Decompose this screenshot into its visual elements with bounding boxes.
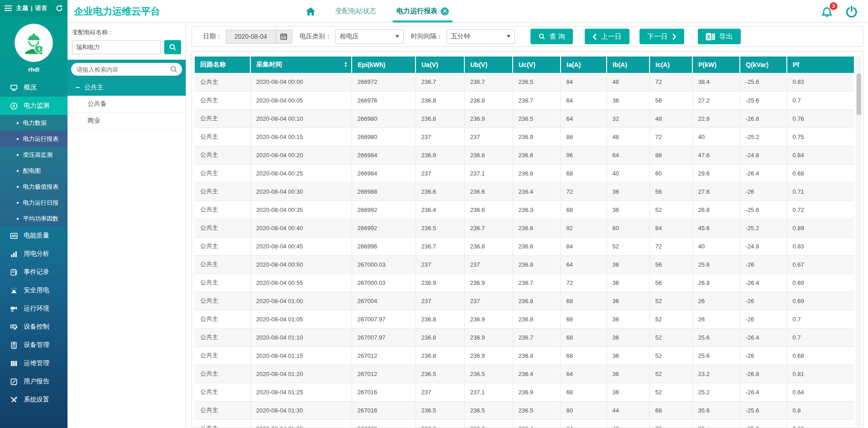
col-epi: Epi(kWh) — [352, 57, 416, 73]
table-cell: 公共主 — [195, 91, 250, 109]
search-icon[interactable] — [170, 65, 178, 73]
table-cell: 236.4 — [416, 201, 464, 219]
sidebar-item-power-quality[interactable]: 电能质量 — [0, 227, 68, 245]
table-row[interactable]: 公共主2020-08-04 00:45266996236.7236.8236.6… — [195, 237, 854, 255]
table-cell: -25.2 — [740, 128, 787, 146]
sidebar-item-user-report[interactable]: 用户报告 — [0, 372, 68, 391]
user-profile: rhdl — [0, 16, 68, 78]
sidebar-item-overview[interactable]: 概况 — [0, 78, 68, 97]
scrollbar-thumb[interactable] — [857, 73, 861, 115]
table-row[interactable]: 公共主2020-08-04 00:40266992236.5236.7236.6… — [195, 219, 854, 237]
tab-station-status[interactable]: 变配电站状态 — [335, 0, 376, 22]
subitem-daily-report[interactable]: • 电力运行日报 — [0, 195, 68, 211]
table-cell: 237 — [464, 128, 513, 146]
sidebar-item-environment[interactable]: 运行环境 — [0, 299, 68, 318]
query-button[interactable]: 查 询 — [530, 29, 573, 44]
theme-language-switch[interactable]: 主题 | 语言 — [16, 4, 48, 12]
table-row[interactable]: 公共主2020-08-04 00:15266980237237236.98848… — [195, 128, 854, 146]
sidebar-item-device-management[interactable]: 设备管理 — [0, 336, 68, 354]
table-cell: 60 — [650, 164, 692, 182]
table-cell: 26.8 — [692, 201, 740, 219]
siren-icon — [10, 287, 18, 294]
date-picker[interactable]: 2020-08-04 — [226, 30, 292, 44]
table-row[interactable]: 公共主2020-08-04 01:25267016237237.1236.968… — [195, 383, 854, 401]
cctv-camera-icon — [10, 305, 18, 313]
collapse-icon[interactable]: − — [76, 83, 80, 91]
next-day-button[interactable]: 下一日 — [639, 29, 684, 44]
table-cell: 237 — [416, 383, 464, 401]
svg-text:X: X — [707, 34, 711, 39]
table-cell: 44 — [607, 401, 650, 419]
table-cell: 27.6 — [692, 182, 740, 201]
subitem-power-report[interactable]: • 电力运行报表 — [0, 131, 68, 147]
voltage-type-select[interactable]: 相电压 — [335, 30, 404, 44]
notification-bell[interactable]: 3 — [821, 5, 833, 18]
sidebar-item-ops-management[interactable]: 运维管理 — [0, 354, 68, 372]
table-row[interactable]: 公共主2020-08-04 00:55267000.03236.9236.923… — [195, 273, 854, 292]
table-cell: 公共主 — [195, 182, 250, 201]
table-cell: 267000.03 — [352, 255, 416, 273]
table-cell: 52 — [650, 310, 692, 328]
table-cell: 48 — [607, 128, 650, 146]
subitem-avg-power-factor[interactable]: • 平均功率因数 — [0, 211, 68, 227]
table-cell: 236.5 — [513, 109, 561, 128]
table-cell: 公共主 — [195, 401, 250, 419]
table-row[interactable]: 公共主2020-08-04 00:20266984236.9236.8236.6… — [195, 146, 854, 164]
table-row[interactable]: 公共主2020-08-04 00:25266984237237.1236.868… — [195, 164, 854, 182]
refresh-icon[interactable] — [56, 5, 63, 12]
subitem-distribution-diagram[interactable]: • 配电图 — [0, 163, 68, 179]
home-icon[interactable] — [305, 6, 316, 16]
sidebar-item-usage-analysis[interactable]: 用电分析 — [0, 245, 68, 263]
calendar-icon[interactable] — [275, 30, 292, 43]
col-ic: Ic(A) — [650, 57, 692, 73]
table-cell: 236.4 — [513, 365, 561, 383]
subitem-extreme-report[interactable]: • 电力极值报表 — [0, 179, 68, 195]
avatar[interactable] — [15, 24, 53, 62]
date-value: 2020-08-04 — [226, 30, 275, 43]
table-cell: 36 — [607, 383, 650, 401]
hamburger-icon[interactable] — [5, 5, 12, 11]
export-button[interactable]: X 导出 — [698, 29, 741, 44]
sort-icon[interactable]: ▲▼ — [344, 62, 348, 68]
sidebar-item-safety[interactable]: 安全用电 — [0, 281, 68, 299]
sidebar-item-system-settings[interactable]: 系统设置 — [0, 391, 68, 409]
close-icon[interactable]: ✕ — [441, 7, 449, 15]
subitem-transformer-monitoring[interactable]: • 变压器监测 — [0, 147, 68, 163]
table-row[interactable]: 公共主2020-08-04 01:20267012236.5236.5236.4… — [195, 365, 854, 383]
table-row[interactable]: 公共主2020-08-04 01:30267016236.5236.5236.5… — [195, 401, 854, 419]
user-name: rhdl — [0, 62, 68, 78]
table-cell: 2020-08-04 01:25 — [250, 383, 352, 401]
table-row[interactable]: 公共主2020-08-04 00:35266992236.4236.6236.3… — [195, 201, 854, 219]
table-cell: 68 — [650, 401, 692, 419]
table-row[interactable]: 公共主2020-08-04 01:35267020236.6236.6236.4… — [195, 419, 854, 428]
chevron-left-icon — [593, 33, 597, 40]
power-button[interactable] — [845, 5, 858, 18]
tree-search-input[interactable] — [71, 63, 182, 76]
table-row[interactable]: 公共主2020-08-04 00:00266972236.7236.7236.5… — [195, 73, 854, 91]
tree-node-commercial[interactable]: 商业 — [68, 113, 186, 129]
interval-select[interactable]: 五分钟 — [447, 30, 515, 44]
table-row[interactable]: 公共主2020-08-04 01:05267007.97236.8236.923… — [195, 310, 854, 328]
station-search-input[interactable] — [72, 40, 161, 54]
table-row[interactable]: 公共主2020-08-04 01:15267012236.8236.9236.8… — [195, 346, 854, 365]
table-row[interactable]: 公共主2020-08-04 00:30266988236.6236.6236.4… — [195, 182, 854, 201]
station-search-button[interactable] — [164, 40, 181, 54]
report-table-container: 回路名称 采集时间 ▲▼ Epi(kWh) Ua(V) Ub(V) Uc(V) — [192, 51, 863, 428]
vertical-scrollbar[interactable] — [856, 56, 862, 426]
table-row[interactable]: 公共主2020-08-04 00:50267000.03237237236.86… — [195, 255, 854, 273]
table-cell: -25.6 — [740, 73, 787, 91]
voltage-type-label: 电压类别： — [300, 32, 332, 41]
sidebar-item-device-control[interactable]: 设备控制 — [0, 318, 68, 336]
previous-day-button[interactable]: 上一日 — [585, 29, 629, 44]
table-cell: 0.68 — [787, 346, 854, 365]
table-row[interactable]: 公共主2020-08-04 00:05266976236.8236.8236.7… — [195, 91, 854, 109]
tab-power-report[interactable]: 电力运行报表 ✕ — [396, 0, 449, 22]
sidebar-item-power-monitoring[interactable]: 电力监测 — [0, 97, 68, 115]
subitem-power-data[interactable]: • 电力数据 — [0, 115, 68, 131]
table-row[interactable]: 公共主2020-08-04 01:00267004237237236.86836… — [195, 292, 854, 310]
table-row[interactable]: 公共主2020-08-04 00:10266980236.8236.9236.5… — [195, 109, 854, 128]
table-row[interactable]: 公共主2020-08-04 01:10267007.97236.8236.923… — [195, 328, 854, 346]
tree-node-public-main[interactable]: − 公共主 — [68, 79, 186, 96]
sidebar-item-event-log[interactable]: 事件记录 — [0, 263, 68, 281]
tree-node-public-backup[interactable]: 公共备 — [68, 96, 186, 113]
